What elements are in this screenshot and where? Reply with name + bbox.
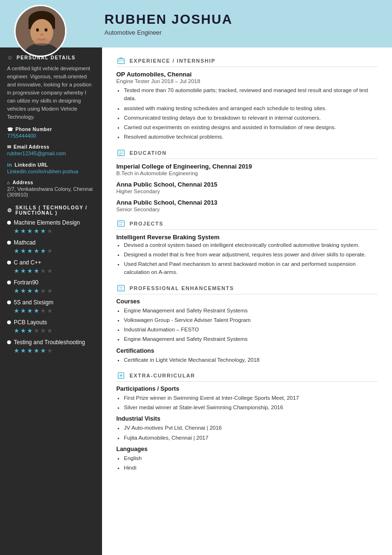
star-icon: ★ xyxy=(14,267,19,274)
skill-item: Fortran90★★★★★★ xyxy=(7,279,95,294)
star-icon: ★ xyxy=(14,227,19,235)
languages-list: EnglishHindi xyxy=(116,454,378,472)
star-icon: ★ xyxy=(20,287,26,294)
star-icon: ★ xyxy=(47,327,53,334)
main-body: ☺ PERSONAL DETAILS A certified light veh… xyxy=(0,47,392,555)
certifications-title: Certifications xyxy=(116,348,378,354)
star-icon: ★ xyxy=(47,227,53,235)
linkedin-value[interactable]: Linkedin.com/in/rubhen-joshua xyxy=(7,169,95,174)
svg-point-5 xyxy=(45,28,47,32)
star-icon: ★ xyxy=(47,287,53,294)
skill-name: Mathcad xyxy=(14,239,36,246)
certifications-list: Certificate in Light Vehicle Mechanical … xyxy=(116,356,378,364)
star-icon: ★ xyxy=(47,247,53,254)
star-icon: ★ xyxy=(34,247,39,254)
email-value[interactable]: rubher12345@gmail.com xyxy=(7,151,95,156)
project-name: Intelligent Reverse Braking System xyxy=(116,234,378,241)
star-icon: ★ xyxy=(14,347,19,354)
star-icon: ★ xyxy=(27,247,33,254)
courses-title: Courses xyxy=(116,298,378,305)
skill-name: Fortran90 xyxy=(14,279,38,286)
extracurricular-title: EXTRA-CURRICULAR xyxy=(130,373,195,378)
star-icon: ★ xyxy=(40,327,46,334)
project-bullet: Devised a control system based on intell… xyxy=(124,241,378,249)
email-label: ✉ Email Address xyxy=(7,144,95,150)
languages-title: Languages xyxy=(116,446,378,452)
star-icon: ★ xyxy=(40,247,46,254)
projects-section: PROJECTS Intelligent Reverse Braking Sys… xyxy=(116,220,378,277)
skill-name: 5S and Sixsigm xyxy=(14,299,53,306)
skill-stars: ★★★★★★ xyxy=(14,287,95,294)
experience-bullet: Carried out experiments on existing desi… xyxy=(124,123,378,132)
skill-item: Testing and Troubleshooting★★★★★★ xyxy=(7,339,95,354)
enhancements-icon xyxy=(116,284,126,292)
linkedin-icon: in xyxy=(7,162,12,168)
skill-stars: ★★★★★★ xyxy=(14,347,95,354)
enhancements-title: PROFESSIONAL ENHANCEMENTS xyxy=(130,285,234,291)
skill-item: PCB Layouts★★★★★★ xyxy=(7,319,95,334)
star-icon: ★ xyxy=(27,227,33,235)
phone-label: ☎ Phone Number xyxy=(7,127,95,132)
projects-title: PROJECTS xyxy=(130,221,163,226)
projects-bullets: Devised a control system based on intell… xyxy=(116,241,378,277)
skill-stars: ★★★★★★ xyxy=(14,247,95,254)
star-icon: ★ xyxy=(47,347,53,354)
star-icon: ★ xyxy=(34,227,39,235)
star-icon: ★ xyxy=(34,327,39,334)
sidebar: ☺ PERSONAL DETAILS A certified light veh… xyxy=(0,47,102,555)
course-item: Engine Management and Safety Restraint S… xyxy=(124,307,378,315)
skill-name: Testing and Troubleshooting xyxy=(14,339,85,346)
star-icon: ★ xyxy=(14,287,19,294)
skill-stars: ★★★★★★ xyxy=(14,327,95,334)
visit-item: Fujita Automobiles, Chennai | 2017 xyxy=(124,434,378,442)
experience-section: EXPERIENCE / INTERNSHIP OP Automobiles, … xyxy=(116,57,378,141)
company-name: OP Automobiles, Chennai xyxy=(116,71,378,78)
star-icon: ★ xyxy=(14,307,19,314)
sports-title: Participations / Sports xyxy=(116,386,378,392)
experience-bullet: Communicated testing delays due to break… xyxy=(124,114,378,122)
enhancements-section: PROFESSIONAL ENHANCEMENTS Courses Engine… xyxy=(116,284,378,364)
education-icon xyxy=(116,149,126,157)
address-icon: ⌂ xyxy=(7,180,10,185)
enhancements-header: PROFESSIONAL ENHANCEMENTS xyxy=(116,284,378,294)
degree-name: Higher Secondary xyxy=(116,188,378,194)
experience-bullets: Tested more than 70 automobile parts; tr… xyxy=(116,86,378,141)
star-icon: ★ xyxy=(20,247,26,254)
svg-point-4 xyxy=(36,28,39,32)
role-date: Engine Tester Jun 2018 – Jul 2018 xyxy=(116,78,378,84)
star-icon: ★ xyxy=(34,267,39,274)
skill-bullet xyxy=(7,320,11,324)
skill-bullet xyxy=(7,340,11,344)
skill-bullet xyxy=(7,221,11,225)
skills-heading: ⚙ SKILLS ( TECHNOLOGY / FUNCTIONAL ) xyxy=(7,205,95,216)
skill-bullet xyxy=(7,301,11,304)
language-item: English xyxy=(124,454,378,462)
skill-stars: ★★★★★★ xyxy=(14,267,95,274)
skill-stars: ★★★★★★ xyxy=(14,307,95,314)
phone-icon: ☎ xyxy=(7,127,13,132)
project-bullet: Designed a model that is free from wear … xyxy=(124,251,378,259)
certification-item: Certificate in Light Vehicle Mechanical … xyxy=(124,356,378,364)
avatar xyxy=(14,5,66,57)
courses-list: Engine Management and Safety Restraint S… xyxy=(116,307,378,344)
star-icon: ★ xyxy=(47,307,53,314)
course-item: Engine Management and Safety Restraint S… xyxy=(124,335,378,343)
content-area: EXPERIENCE / INTERNSHIP OP Automobiles, … xyxy=(102,47,392,555)
sports-list: First Prize winner in Swimming Event at … xyxy=(116,394,378,412)
star-icon: ★ xyxy=(34,307,39,314)
star-icon: ★ xyxy=(20,227,26,235)
star-icon: ★ xyxy=(14,247,19,254)
svg-point-6 xyxy=(40,34,43,36)
skill-name: Machine Elements Design xyxy=(14,219,80,226)
svg-rect-18 xyxy=(118,285,124,291)
person-icon: ☺ xyxy=(7,54,14,61)
bio-text: A certified light vehicle development en… xyxy=(7,65,95,121)
education-header: EDUCATION xyxy=(116,149,378,159)
svg-rect-15 xyxy=(118,221,124,226)
svg-point-8 xyxy=(33,38,50,46)
visits-title: Industrial Visits xyxy=(116,415,378,422)
skill-name: C and C++ xyxy=(14,259,41,266)
skill-bullet xyxy=(7,261,11,264)
svg-rect-9 xyxy=(118,59,124,64)
visit-item: JV Auto-motives Pvt Ltd, Chennai | 2016 xyxy=(124,424,378,432)
